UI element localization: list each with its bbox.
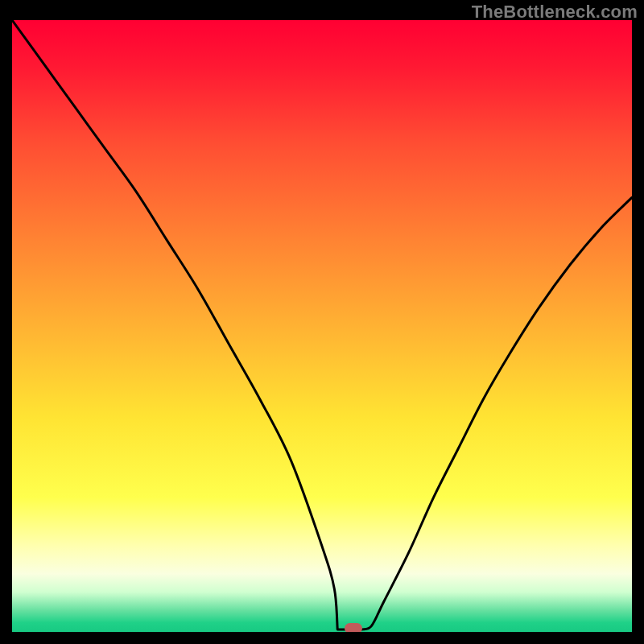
optimal-point-marker	[345, 623, 362, 632]
chart-frame: TheBottleneck.com	[0, 0, 644, 644]
plot-area	[12, 20, 632, 632]
gradient-background	[12, 20, 632, 632]
chart-svg	[12, 20, 632, 632]
